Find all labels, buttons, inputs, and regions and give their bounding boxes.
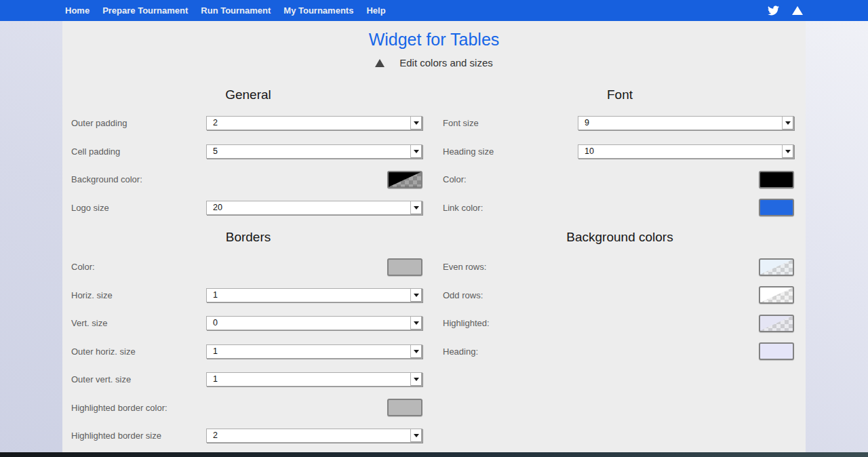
chevron-down-icon[interactable] [782,145,793,158]
combo-value: 20 [207,201,410,214]
nav-item-run-tournament[interactable]: Run Tournament [201,0,271,21]
combo-value: 9 [578,117,782,130]
background-color-swatch[interactable] [387,171,422,188]
twitter-icon[interactable] [766,5,781,16]
bottom-edge [0,452,868,457]
field-row: Font size 9 [434,109,806,138]
highlighted-border-size-select[interactable]: 2 [206,429,422,443]
navbar: Home Prepare Tournament Run Tournament M… [0,0,868,21]
section-heading-general: General [62,81,434,109]
combo-value: 5 [207,145,410,158]
field-label: Highlighted: [443,318,578,328]
page-title: Widget for Tables [62,30,806,49]
settings-panel: Widget for Tables Edit colors and sizes … [62,21,806,452]
field-row: Outer padding 2 [62,109,434,138]
outer-padding-select[interactable]: 2 [206,116,422,130]
field-row: Highlighted border size 2 [62,422,434,450]
nav-item-help[interactable]: Help [366,0,385,21]
field-row: Horiz. size 1 [62,281,434,310]
combo-value: 2 [207,429,410,442]
field-row: Vert. size 0 [62,309,434,338]
field-row: Background color: [62,165,434,194]
horiz-size-select[interactable]: 1 [206,288,422,302]
field-label: Color: [443,174,578,184]
field-row: Color: [62,253,434,281]
up-triangle-icon [375,59,384,67]
field-row: Logo size 20 [62,194,434,222]
field-row: Odd rows: [434,281,806,310]
chevron-down-icon[interactable] [410,145,422,158]
left-column: General Outer padding 2 Cell padding 5 B… [62,70,434,450]
outer-horiz-size-select[interactable]: 1 [206,344,422,359]
nav-item-home[interactable]: Home [65,0,90,21]
nav-item-my-tournaments[interactable]: My Tournaments [283,0,353,21]
field-label: Outer vert. size [71,374,206,384]
chevron-down-icon[interactable] [410,201,422,214]
edit-colors-toggle[interactable]: Edit colors and sizes [62,56,806,70]
right-column: Font Font size 9 Heading size 10 Color: [434,70,806,450]
section-heading-borders: Borders [62,222,434,253]
field-label: Outer horiz. size [71,346,206,357]
field-label: Heading: [443,346,578,357]
chevron-down-icon[interactable] [782,117,793,130]
odd-rows-color-swatch[interactable] [759,286,794,304]
field-label: Cell padding [71,146,206,157]
chevron-down-icon[interactable] [410,345,422,358]
field-row: Outer vert. size 1 [62,365,434,394]
chevron-down-icon[interactable] [410,317,422,330]
field-label: Highlighted border size [71,431,206,441]
combo-value: 1 [207,345,410,358]
field-label: Color: [71,262,206,272]
highlighted-color-swatch[interactable] [759,315,794,332]
font-color-swatch[interactable] [759,171,794,188]
heading-color-swatch[interactable] [759,342,794,360]
highlighted-border-color-swatch[interactable] [387,399,422,416]
combo-value: 10 [578,145,782,158]
edit-colors-toggle-label: Edit colors and sizes [399,57,493,68]
combo-value: 1 [207,289,410,302]
combo-value: 0 [207,317,410,330]
field-row: Highlighted border color: [62,394,434,422]
even-rows-color-swatch[interactable] [759,258,794,276]
heading-size-select[interactable]: 10 [578,144,794,159]
logo-size-select[interactable]: 20 [206,201,422,215]
combo-value: 1 [207,373,410,386]
field-row: Heading size 10 [434,138,806,166]
field-label: Background color: [71,174,206,184]
link-color-swatch[interactable] [759,199,794,216]
cell-padding-select[interactable]: 5 [206,144,422,159]
section-heading-font: Font [434,81,806,109]
field-label: Font size [443,118,578,128]
field-label: Link color: [443,203,578,213]
chevron-down-icon[interactable] [410,429,422,442]
field-row: Even rows: [434,253,806,281]
field-row: Outer horiz. size 1 [62,338,434,366]
field-label: Logo size [71,203,206,213]
chevron-down-icon[interactable] [410,373,422,386]
combo-value: 2 [207,117,410,130]
field-label: Outer padding [71,118,206,128]
field-row: Highlighted: [434,309,806,338]
field-row: Cell padding 5 [62,138,434,166]
field-label: Highlighted border color: [71,403,206,413]
chevron-down-icon[interactable] [410,289,422,302]
field-row: Link color: [434,194,806,222]
outer-vert-size-select[interactable]: 1 [206,372,422,386]
up-triangle-icon[interactable] [792,6,803,15]
field-label: Vert. size [71,318,206,328]
field-row: Heading: [434,338,806,366]
field-label: Horiz. size [71,290,206,300]
vert-size-select[interactable]: 0 [206,316,422,330]
nav-item-prepare-tournament[interactable]: Prepare Tournament [102,0,188,21]
font-size-select[interactable]: 9 [578,116,794,130]
chevron-down-icon[interactable] [410,117,422,130]
settings-columns: General Outer padding 2 Cell padding 5 B… [62,70,806,450]
field-row: Color: [434,165,806,194]
border-color-swatch[interactable] [387,258,422,276]
field-label: Even rows: [443,262,578,272]
section-heading-background-colors: Background colors [434,222,806,253]
field-label: Odd rows: [443,290,578,300]
field-label: Heading size [443,146,578,157]
